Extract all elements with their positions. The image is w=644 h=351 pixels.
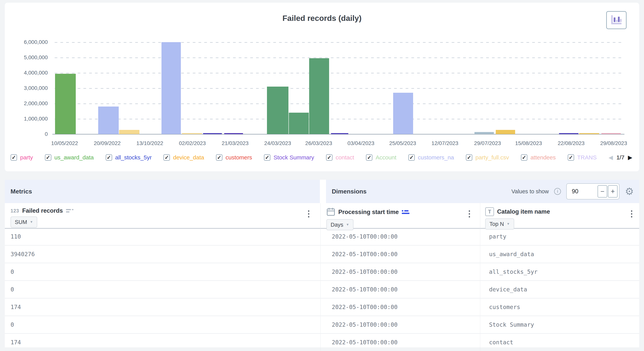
- legend-checkbox[interactable]: ✓: [326, 154, 332, 161]
- y-axis-tick-label: 3,000,000: [24, 85, 48, 91]
- x-axis-tick-label: 03/04/2023: [348, 140, 374, 146]
- cell-catalog-item-name: device_data: [480, 281, 639, 298]
- values-to-show-group: Values to show i − + ⚙: [512, 180, 639, 203]
- legend-item: ✓attendees: [521, 154, 556, 161]
- legend-checkbox[interactable]: ✓: [521, 154, 528, 161]
- legend-item: ✓all_stocks_5yr: [106, 154, 152, 161]
- legend-item: ✓Stock Summary: [264, 154, 314, 161]
- legend-label: party_full.csv: [476, 154, 509, 161]
- legend-item: ✓party: [10, 154, 33, 161]
- column-catalog-item-name: T Catalog item name Top N ▼: [480, 203, 639, 230]
- cell-failed-records: 174: [5, 334, 321, 351]
- sort-ascending-icon[interactable]: [402, 210, 410, 214]
- legend-item: ✓customers_na: [408, 154, 454, 161]
- legend-item: ✓contact: [326, 154, 354, 161]
- chevron-down-icon: ▼: [30, 220, 33, 224]
- cell-processing-start-time: 2022-05-10T00:00:00: [321, 281, 480, 298]
- legend-checkbox[interactable]: ✓: [216, 154, 222, 161]
- legend-checkbox[interactable]: ✓: [45, 154, 52, 161]
- x-axis-tick-label: 20/09/2022: [94, 140, 121, 146]
- table-row: 1102022-05-10T00:00:00party: [5, 228, 639, 246]
- legend-label: party: [20, 154, 33, 161]
- legend: ✓party✓us_award_data✓all_stocks_5yr✓devi…: [10, 154, 632, 161]
- metrics-section-title: Metrics: [10, 188, 32, 195]
- x-axis-tick-label: 25/05/2023: [389, 140, 416, 146]
- legend-label: contact: [336, 154, 354, 161]
- info-icon[interactable]: i: [554, 188, 561, 195]
- column-processing-start-time: Processing start time Days ▼: [321, 203, 480, 230]
- chart-card: Failed records (daily) 6,000,0005,000,00…: [5, 3, 639, 171]
- y-axis-tick-label: 5,000,000: [24, 54, 48, 60]
- x-axis-tick-label: 22/08/2023: [558, 140, 584, 146]
- cell-catalog-item-name: us_award_data: [480, 246, 639, 263]
- y-axis-tick-label: 6,000,000: [24, 39, 48, 45]
- legend-checkbox[interactable]: ✓: [264, 154, 270, 161]
- chart-title: Failed records (daily): [5, 14, 639, 23]
- granularity-value: Days: [331, 222, 343, 228]
- chart-bar: [579, 133, 599, 134]
- y-axis-tick-label: 2,000,000: [24, 100, 48, 106]
- kebab-menu-icon[interactable]: [468, 209, 471, 219]
- x-axis-tick-label: 29/08/2023: [600, 140, 627, 146]
- chart-bar: [331, 133, 348, 134]
- table-body: 1102022-05-10T00:00:00party39402762022-0…: [5, 228, 639, 351]
- config-table: Metrics Dimensions Values to show i − + …: [5, 180, 639, 347]
- aggregation-value: SUM: [15, 219, 27, 225]
- legend-checkbox[interactable]: ✓: [10, 154, 17, 161]
- chart-bar: [119, 130, 140, 134]
- x-axis-tick-label: 29/07/2023: [474, 140, 501, 146]
- metrics-section-header: Metrics: [5, 180, 320, 203]
- cell-catalog-item-name: all_stocks_5yr: [480, 263, 639, 280]
- catalog-item-name-column-label: Catalog item name: [497, 208, 550, 215]
- cell-catalog-item-name: party: [480, 228, 639, 245]
- dimensions-section-title: Dimensions: [332, 188, 366, 195]
- table-row: 1742022-05-10T00:00:00contact: [5, 334, 639, 351]
- chart-bar: [559, 133, 578, 134]
- x-axis-tick-label: 12/07/2023: [432, 140, 458, 146]
- cell-failed-records: 0: [5, 281, 321, 298]
- legend-checkbox[interactable]: ✓: [366, 154, 372, 161]
- cell-failed-records: 174: [5, 299, 321, 316]
- chart-bar: [224, 133, 243, 134]
- gridline: [55, 119, 623, 119]
- chart-bar: [267, 87, 288, 134]
- legend-prev-icon[interactable]: ◀: [608, 154, 613, 161]
- x-axis-tick-label: 13/10/2022: [136, 140, 163, 146]
- gear-icon[interactable]: ⚙: [625, 186, 634, 197]
- sort-icon[interactable]: [66, 209, 74, 213]
- legend-checkbox[interactable]: ✓: [164, 154, 170, 161]
- values-to-show-input[interactable]: [567, 188, 595, 195]
- legend-checkbox[interactable]: ✓: [568, 154, 574, 161]
- gridline: [55, 88, 623, 89]
- kebab-menu-icon[interactable]: [307, 209, 310, 219]
- legend-label: Account: [376, 154, 396, 161]
- legend-next-icon[interactable]: ▶: [628, 154, 632, 161]
- legend-checkbox[interactable]: ✓: [106, 154, 112, 161]
- chart-bar: [474, 132, 494, 134]
- chevron-down-icon: ▼: [507, 222, 510, 226]
- table-row: 39402762022-05-10T00:00:00us_award_data: [5, 246, 639, 263]
- increment-button[interactable]: +: [608, 185, 618, 198]
- cell-processing-start-time: 2022-05-10T00:00:00: [321, 334, 480, 351]
- chart-bar: [289, 113, 309, 134]
- legend-checkbox[interactable]: ✓: [466, 154, 472, 161]
- chart-bar: [182, 133, 202, 134]
- kebab-menu-icon[interactable]: [630, 209, 634, 219]
- table-row: 1742022-05-10T00:00:00customers: [5, 299, 639, 316]
- legend-checkbox[interactable]: ✓: [408, 154, 415, 161]
- y-axis-tick-label: 0: [45, 131, 48, 137]
- chart-bar: [162, 42, 181, 134]
- chart-bar: [55, 74, 76, 134]
- decrement-button[interactable]: −: [598, 185, 607, 198]
- cell-catalog-item-name: contact: [480, 334, 639, 351]
- aggregation-dropdown-sum[interactable]: SUM ▼: [10, 217, 37, 228]
- x-axis-tick-label: 10/05/2022: [51, 140, 78, 146]
- cell-processing-start-time: 2022-05-10T00:00:00: [321, 246, 480, 263]
- chart-bar: [602, 133, 621, 134]
- chart-type-button[interactable]: [606, 11, 626, 29]
- legend-label: us_award_data: [54, 154, 94, 161]
- gridline: [55, 103, 623, 104]
- legend-label: customers: [226, 154, 252, 161]
- processing-start-time-column-label: Processing start time: [338, 209, 399, 216]
- chart-bar: [98, 106, 119, 134]
